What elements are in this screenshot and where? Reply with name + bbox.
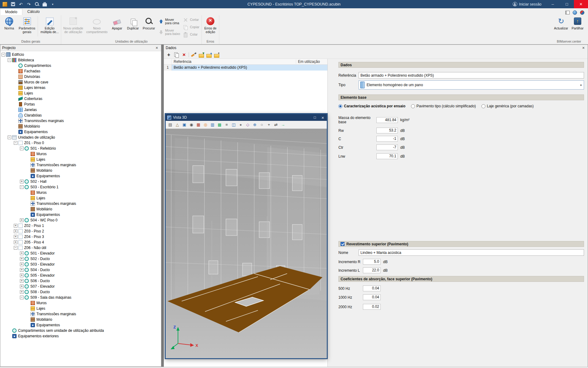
tree-item-s01-elevador[interactable]: +S01 - Elevador xyxy=(0,251,161,256)
tree-item-compartimentos-sem-unidade-de-utilizacao-atribuida[interactable]: Compartimentos sem unidade de utilização… xyxy=(0,328,161,333)
tree-item-portas[interactable]: Portas xyxy=(0,102,161,107)
section-icon[interactable]: ▦ xyxy=(195,122,202,128)
parametros-gerais-button[interactable]: Parâmetrosgerais xyxy=(17,15,37,34)
eye-icon[interactable]: ◎ xyxy=(202,122,209,128)
charts-icon[interactable]: ▩ xyxy=(217,122,223,128)
tree-item-mobiliario[interactable]: Mobiliário xyxy=(0,206,161,212)
close-icon[interactable]: × xyxy=(319,114,327,121)
tree-item-muros[interactable]: Muros xyxy=(0,151,161,157)
tree-item-s02-hall[interactable]: +S02 - Hall xyxy=(0,179,161,184)
lnw-input[interactable]: 70.1 xyxy=(376,153,398,159)
hz1000-input[interactable]: 0.04 xyxy=(363,294,381,300)
view-icon[interactable]: ▣ xyxy=(181,122,187,128)
tree-item-s02-ducto[interactable]: +S02 - Ducto xyxy=(0,256,161,262)
3d-viewport[interactable]: Z X xyxy=(166,129,327,358)
tree-item-transmissoes-marginais[interactable]: Transmissões marginais xyxy=(0,162,161,168)
expand-icon[interactable]: + xyxy=(14,235,17,239)
collapse-icon[interactable]: − xyxy=(14,246,17,250)
tree-item-lajes[interactable]: Lajes xyxy=(0,157,161,162)
c-input[interactable]: -1 xyxy=(376,136,398,142)
collapse-icon[interactable]: − xyxy=(8,136,11,139)
expand-icon[interactable]: + xyxy=(20,218,24,222)
expand-icon[interactable]: + xyxy=(20,251,24,255)
close-icon[interactable]: × xyxy=(154,45,159,50)
tab-modelo[interactable]: Modelo xyxy=(0,8,22,15)
pan-icon[interactable]: + xyxy=(266,122,272,128)
expand-icon[interactable]: + xyxy=(20,285,24,288)
radio-pavimento-tipo[interactable]: Pavimento tipo (cálculo simplificado) xyxy=(411,104,476,108)
tree-item-s07-elevador[interactable]: +S07 - Elevador xyxy=(0,284,161,289)
redo-icon[interactable]: ↷ xyxy=(25,1,32,8)
groups-icon[interactable]: ◫ xyxy=(231,122,237,128)
folder-export-icon[interactable] xyxy=(206,52,212,58)
tree-item-unidades-de-utilizacao[interactable]: −Unidades de utilização xyxy=(0,135,161,140)
visible-icon[interactable]: ● xyxy=(238,122,244,128)
tree-item-z01-piso-0[interactable]: −Z01 - Piso 0 xyxy=(0,140,161,146)
tree-item-s08-ducto[interactable]: +S08 - Ducto xyxy=(0,289,161,295)
tree-item-janelas[interactable]: Janelas xyxy=(0,107,161,113)
mover-para-cima-button[interactable]: Moverpara cima xyxy=(157,16,182,27)
tree-item-transmissoes-marginais[interactable]: Transmissões marginais xyxy=(0,311,161,317)
tree-item-claraboias[interactable]: Clarabóias xyxy=(0,113,161,118)
norma-button[interactable]: Norma xyxy=(1,15,17,30)
expand-icon[interactable]: + xyxy=(14,229,17,233)
measure-icon[interactable]: △ xyxy=(174,122,180,128)
undo-icon[interactable]: ↶ xyxy=(17,1,24,8)
zoom-icon[interactable]: ○ xyxy=(259,122,265,128)
tree-item-coberturas[interactable]: Coberturas xyxy=(0,96,161,102)
export-icon[interactable]: → xyxy=(280,122,286,128)
tree-item-z05-piso-4[interactable]: +Z05 - Piso 4 xyxy=(0,240,161,245)
tree-item-compartimentos[interactable]: Compartimentos xyxy=(0,63,161,68)
expand-icon[interactable]: + xyxy=(14,240,17,244)
duplicate-icon[interactable] xyxy=(173,52,179,58)
panels-layout-icon[interactable] xyxy=(565,10,570,15)
collapse-icon[interactable]: − xyxy=(20,147,24,150)
bim-globe-icon[interactable] xyxy=(572,10,578,15)
assign-icon[interactable] xyxy=(190,52,197,58)
tree-item-lajes[interactable]: Lajes xyxy=(0,195,161,201)
massa-input[interactable]: 481.84 xyxy=(376,117,398,123)
signin-button[interactable]: Iniciar sessão xyxy=(508,2,546,6)
expand-icon[interactable]: + xyxy=(14,224,17,228)
radio-caracterizacao-acustica[interactable]: Caracterização acústica por ensaio xyxy=(338,104,405,108)
collapse-icon[interactable]: − xyxy=(20,296,24,299)
erros-de-edicao-button[interactable]: Erros deedição xyxy=(202,15,218,34)
tree-item-transmissoes-marginais[interactable]: Transmissões marginais xyxy=(0,118,161,124)
table-icon[interactable]: ≡ xyxy=(224,122,230,128)
close-icon[interactable]: × xyxy=(581,45,586,50)
edicao-multipla-de-button[interactable]: Ediçãomúltipla de... xyxy=(39,15,60,34)
tree-item-equipamentos[interactable]: Equipamentos xyxy=(0,129,161,135)
rw-input[interactable]: 53.2 xyxy=(376,128,398,133)
vista3d-titlebar[interactable]: Vista 3D □ × xyxy=(166,114,327,121)
checkbox-icon[interactable] xyxy=(341,242,345,246)
expand-icon[interactable]: + xyxy=(20,257,24,261)
bimserver-icon[interactable] xyxy=(579,10,585,15)
close-button[interactable] xyxy=(574,0,588,8)
tree-item-muros-de-cave[interactable]: Muros de cave xyxy=(0,79,161,85)
expand-icon[interactable]: + xyxy=(20,279,24,283)
actualizar-button[interactable]: Actualizar xyxy=(552,15,570,30)
ctr-input[interactable]: -7 xyxy=(376,144,398,150)
hz500-input[interactable]: 0.04 xyxy=(363,286,381,291)
tree-item-s09-sala-das-maquinas[interactable]: −S09 - Sala das máquinas xyxy=(0,295,161,300)
camera-icon[interactable]: ◉ xyxy=(188,122,194,128)
tree-item-divisorias[interactable]: Divisórias xyxy=(0,74,161,79)
tree-item-equipamentos[interactable]: Equipamentos xyxy=(0,173,161,179)
save-icon[interactable] xyxy=(9,1,17,8)
tree-item-s03-elevador[interactable]: +S03 - Elevador xyxy=(0,262,161,267)
iso-icon[interactable]: ◇ xyxy=(245,122,251,128)
incremento-l-input[interactable]: 22.0 xyxy=(363,267,381,273)
expand-icon[interactable]: + xyxy=(20,263,24,266)
tree-item-z04-piso-3[interactable]: +Z04 - Piso 3 xyxy=(0,234,161,240)
tree-item-z03-piso-2[interactable]: +Z03 - Piso 2 xyxy=(0,228,161,234)
incremento-r-input[interactable]: 5.0 xyxy=(363,259,381,265)
tree-item-s06-ducto[interactable]: +S06 - Ducto xyxy=(0,278,161,284)
tree-item-mobiliario[interactable]: Mobiliário xyxy=(0,124,161,129)
column-em-utilizacao[interactable]: Em utilização xyxy=(296,59,327,64)
procurar-button[interactable]: Procurar xyxy=(141,15,157,30)
column-referencia[interactable]: Referência xyxy=(172,59,296,64)
tree-item-biblioteca[interactable]: −Biblioteca xyxy=(0,57,161,63)
duplicar-button[interactable]: Duplicar xyxy=(125,15,141,30)
expand-icon[interactable]: + xyxy=(20,274,24,277)
collapse-icon[interactable]: − xyxy=(2,53,5,56)
